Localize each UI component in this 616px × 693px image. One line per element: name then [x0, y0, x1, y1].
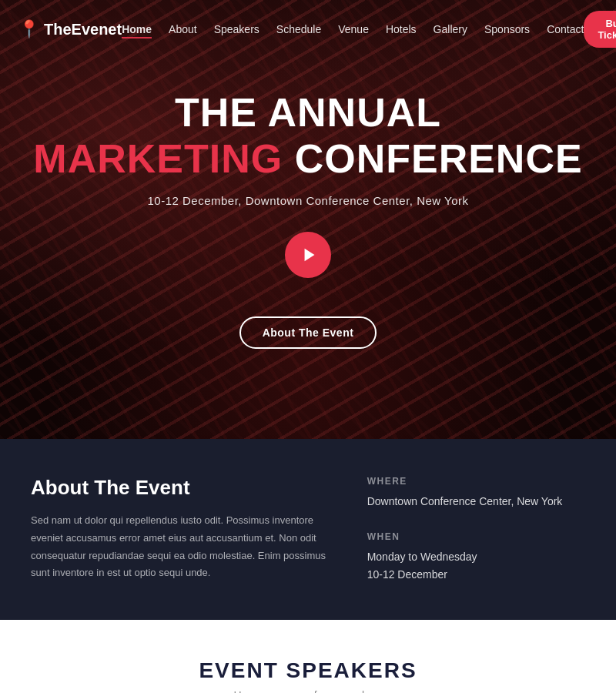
- about-right: WHERE Downtown Conference Center, New Yo…: [367, 476, 585, 583]
- nav-links: Home About Speakers Schedule Venue Hotel…: [122, 22, 584, 36]
- speakers-subtitle: Here are some of our speakers: [23, 689, 593, 693]
- hero-title-highlight: MARKETING: [33, 136, 283, 181]
- when-block: WHEN Monday to Wednesday 10-12 December: [367, 531, 585, 583]
- nav-contact[interactable]: Contact: [547, 23, 584, 35]
- buy-tickets-button[interactable]: Buy Tickets: [584, 11, 616, 48]
- navbar: 📍 TheEvenet Home About Speakers Schedule…: [0, 0, 616, 59]
- svg-marker-0: [305, 249, 315, 262]
- hero-subtitle: 10-12 December, Downtown Conference Cent…: [33, 194, 582, 207]
- where-block: WHERE Downtown Conference Center, New Yo…: [367, 476, 585, 510]
- speakers-section: EVENT SPEAKERS Here are some of our spea…: [0, 620, 616, 693]
- nav-schedule[interactable]: Schedule: [276, 23, 321, 35]
- hero-title-rest: CONFERENCE: [283, 136, 582, 181]
- about-left: About The Event Sed nam ut dolor qui rep…: [31, 476, 336, 583]
- hero-title-line1: THE ANNUAL: [175, 90, 441, 135]
- nav-venue[interactable]: Venue: [338, 23, 369, 35]
- when-heading: WHEN: [367, 531, 585, 542]
- nav-hotels[interactable]: Hotels: [386, 23, 417, 35]
- speakers-heading: EVENT SPEAKERS: [23, 658, 593, 683]
- nav-about[interactable]: About: [169, 23, 197, 35]
- when-line1: Monday to Wednesday: [367, 551, 477, 563]
- hero-content: THE ANNUAL MARKETING CONFERENCE 10-12 De…: [2, 90, 613, 350]
- about-section: About The Event Sed nam ut dolor qui rep…: [0, 439, 616, 620]
- nav-gallery[interactable]: Gallery: [434, 23, 467, 35]
- logo-icon: 📍: [18, 19, 39, 39]
- where-text: Downtown Conference Center, New York: [367, 493, 585, 510]
- about-event-button[interactable]: About The Event: [239, 316, 377, 349]
- hero-section: THE ANNUAL MARKETING CONFERENCE 10-12 De…: [0, 0, 616, 439]
- nav-sponsors[interactable]: Sponsors: [484, 23, 530, 35]
- about-description: Sed nam ut dolor qui repellendus iusto o…: [31, 512, 336, 582]
- nav-home[interactable]: Home: [122, 23, 152, 38]
- play-button[interactable]: [285, 232, 331, 278]
- hero-title: THE ANNUAL MARKETING CONFERENCE: [33, 90, 582, 182]
- when-line2: 10-12 December: [367, 568, 447, 581]
- play-icon: [301, 246, 318, 263]
- where-heading: WHERE: [367, 476, 585, 487]
- when-text: Monday to Wednesday 10-12 December: [367, 548, 585, 583]
- brand-name: TheEvenet: [44, 21, 122, 38]
- logo[interactable]: 📍 TheEvenet: [18, 19, 122, 39]
- about-heading: About The Event: [31, 476, 336, 500]
- nav-speakers[interactable]: Speakers: [214, 23, 259, 35]
